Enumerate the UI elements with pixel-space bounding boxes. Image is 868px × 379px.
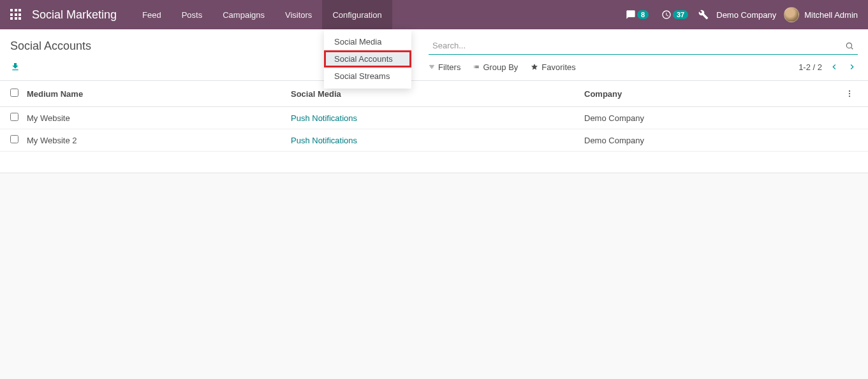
nav-feed[interactable]: Feed [132,0,172,29]
chevron-left-icon [829,62,839,72]
activities-count: 37 [673,10,688,19]
messages-count: 8 [637,10,649,19]
chevron-right-icon [847,62,857,72]
cell-name: My Website [27,113,291,123]
favorites-button[interactable]: Favorites [531,62,575,72]
header-media[interactable]: Social Media [291,89,584,99]
cell-media[interactable]: Push Notifications [291,113,584,123]
chat-icon [626,10,636,20]
nav-visitors[interactable]: Visitors [275,0,322,29]
apps-icon[interactable] [10,9,22,20]
filter-bar: Filters Group By Favorites [429,62,576,72]
pager-prev[interactable] [828,61,840,73]
debug-icon[interactable] [698,10,709,20]
nav-posts[interactable]: Posts [172,0,213,29]
row-checkbox[interactable] [10,113,18,121]
control-panel: Social Accounts Filters Group By Favorit… [0,29,868,81]
dropdown-social-accounts[interactable]: Social Accounts [324,50,411,68]
header-name[interactable]: Medium Name [27,89,291,99]
svg-point-3 [849,93,850,94]
cell-company: Demo Company [584,136,845,145]
download-icon[interactable] [10,62,20,72]
user-menu[interactable]: Mitchell Admin [784,7,858,22]
company-switcher[interactable]: Demo Company [716,10,776,20]
dropdown-social-media[interactable]: Social Media [324,33,411,50]
cell-name: My Website 2 [27,136,291,145]
search-icon[interactable] [845,41,854,50]
pager-text: 1-2 / 2 [798,62,822,72]
list-header: Medium Name Social Media Company [0,81,868,107]
svg-point-0 [846,43,851,48]
svg-line-1 [851,47,853,49]
svg-point-2 [849,90,850,92]
user-name: Mitchell Admin [804,10,858,20]
header-company[interactable]: Company [584,89,845,99]
topbar: Social Marketing Feed Posts Campaigns Vi… [0,0,868,29]
pager: 1-2 / 2 [798,61,858,73]
cell-company: Demo Company [584,113,845,123]
app-title: Social Marketing [32,8,117,22]
svg-point-4 [849,96,850,97]
dropdown-social-streams[interactable]: Social Streams [324,68,411,85]
cell-media[interactable]: Push Notifications [291,136,584,145]
configuration-dropdown: Social Media Social Accounts Social Stre… [324,29,411,89]
nav-configuration[interactable]: Configuration [322,0,392,29]
select-all-checkbox[interactable] [10,89,18,97]
groupby-button[interactable]: Group By [473,62,518,72]
list-footer [0,152,868,173]
search-container [429,37,858,55]
table-row[interactable]: My Website Push Notifications Demo Compa… [0,107,868,129]
table-row[interactable]: My Website 2 Push Notifications Demo Com… [0,129,868,152]
nav-campaigns[interactable]: Campaigns [212,0,275,29]
columns-menu[interactable] [845,89,858,98]
main-nav: Feed Posts Campaigns Visitors Configurat… [132,0,392,29]
topbar-right: 8 37 Demo Company Mitchell Admin [623,7,858,22]
star-icon [531,63,538,71]
kebab-icon [845,89,854,98]
row-checkbox[interactable] [10,135,18,143]
list-view: Medium Name Social Media Company My Webs… [0,81,868,173]
messages-button[interactable]: 8 [623,8,651,21]
activities-button[interactable]: 37 [659,8,691,21]
search-input[interactable] [429,37,858,54]
filters-button[interactable]: Filters [429,62,460,72]
pager-next[interactable] [846,61,858,73]
avatar [784,7,799,22]
funnel-icon [429,64,435,70]
clock-icon [661,10,672,20]
list-icon [473,64,480,70]
